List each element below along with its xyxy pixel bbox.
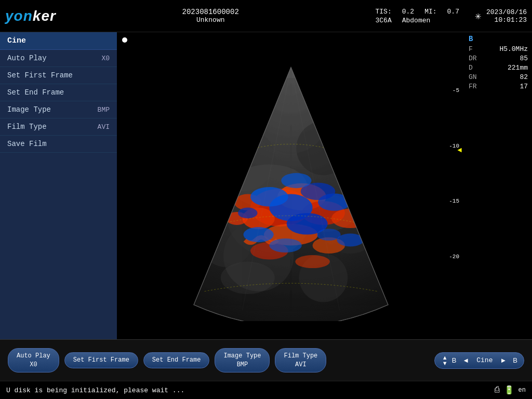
ultrasound-image	[153, 51, 429, 321]
svg-point-12	[220, 261, 274, 294]
svg-point-17	[331, 208, 369, 228]
param-value: H5.0MHz	[499, 45, 528, 53]
mi-label: MI:	[424, 8, 436, 16]
menu-item-label: Auto Play	[7, 54, 47, 62]
menu-items-container: Auto PlayX0Set First FrameSet End FrameI…	[0, 50, 117, 153]
menu-item-label: Set First Frame	[7, 71, 73, 79]
svg-point-34	[316, 229, 340, 241]
menu-item-film-type[interactable]: Film TypeAVI	[0, 118, 117, 136]
film-type-button[interactable]: Film TypeAVI	[275, 348, 326, 373]
param-value: 17	[520, 83, 528, 90]
right-params: FH5.0MHzDR85D221mmGN82FR17	[469, 45, 528, 90]
header-metrics: TIS: 0.2 MI: 0.7 3C6A Abdomen	[376, 8, 459, 24]
menu-item-auto-play[interactable]: Auto PlayX0	[0, 50, 117, 67]
menu-item-label: Set End Frame	[7, 88, 64, 97]
param-row-dr: DR85	[469, 55, 528, 62]
right-panel: B FH5.0MHzDR85D221mmGN82FR17	[464, 32, 532, 339]
tis-label: TIS:	[376, 8, 392, 16]
ultrasound-canvas	[153, 51, 429, 321]
param-key: FR	[469, 83, 477, 90]
menu-item-shortcut: AVI	[98, 123, 110, 131]
param-row-f: FH5.0MHz	[469, 45, 528, 53]
status-message: U disk is being initialized, please wait…	[6, 387, 184, 394]
svg-point-35	[281, 173, 311, 188]
language-badge: en	[518, 387, 526, 394]
param-key: F	[469, 45, 473, 53]
header-datetime: 2023/08/16 10:01:23	[486, 8, 527, 24]
depth-marker-10: -10	[449, 143, 459, 149]
snowflake-icon: ✳	[475, 9, 481, 22]
cine-label: Cine	[473, 355, 496, 365]
menu-item-set-first-frame[interactable]: Set First Frame	[0, 67, 117, 84]
tis-value: 0.2	[402, 8, 414, 16]
svg-point-24	[295, 255, 330, 268]
patient-id: 2023081600002	[182, 8, 239, 16]
mode-label: B	[469, 35, 528, 43]
menu-item-set-end-frame[interactable]: Set End Frame	[0, 84, 117, 101]
svg-point-36	[366, 213, 388, 224]
cine-prev-button[interactable]: ◄	[460, 355, 471, 365]
status-bar: U disk is being initialized, please wait…	[0, 381, 532, 399]
set-first-frame-button[interactable]: Set First Frame	[64, 352, 138, 368]
depth-scale: -5 ◄ -10 -15 -20	[436, 32, 462, 339]
date: 2023/08/16	[486, 8, 527, 16]
param-key: GN	[469, 73, 477, 81]
mi-value: 0.7	[447, 8, 459, 16]
cine-next-button[interactable]: ►	[498, 355, 509, 365]
set-end-frame-button[interactable]: Set End Frame	[143, 352, 210, 368]
menu-item-shortcut: X0	[101, 55, 110, 62]
depth-marker-15: -15	[449, 198, 459, 204]
frame-indicator	[122, 37, 127, 43]
menu-item-shortcut: BMP	[98, 106, 110, 114]
svg-point-23	[351, 200, 381, 215]
menu-item-save-film[interactable]: Save Film	[0, 136, 117, 153]
svg-point-26	[250, 187, 288, 206]
menu-title: Cine	[0, 32, 117, 50]
time: 10:01:23	[495, 16, 527, 24]
image-area	[117, 32, 464, 339]
svg-point-7	[253, 78, 329, 154]
menu-item-label: Save Film	[7, 140, 47, 148]
battery-icon: 🔋	[504, 385, 514, 395]
left-menu: Cine Auto PlayX0Set First FrameSet End F…	[0, 32, 117, 339]
header: yonker 2023081600002 Unknown TIS: 0.2 MI…	[0, 0, 532, 32]
menu-item-label: Film Type	[7, 123, 47, 131]
bottom-toolbar: Auto PlayX0 Set First Frame Set End Fram…	[0, 339, 532, 381]
svg-point-32	[269, 238, 301, 252]
param-value: 85	[520, 55, 528, 62]
param-key: DR	[469, 55, 477, 62]
depth-marker-5: -5	[453, 87, 459, 94]
logo: yonker	[5, 8, 56, 24]
image-type-button[interactable]: Image TypeBMP	[215, 348, 270, 373]
menu-item-image-type[interactable]: Image TypeBMP	[0, 101, 117, 118]
menu-item-label: Image Type	[7, 105, 51, 114]
param-value: 82	[520, 73, 528, 81]
auto-play-button[interactable]: Auto PlayX0	[8, 348, 59, 373]
param-row-gn: GN82	[469, 73, 528, 81]
param-value: 221mm	[508, 64, 528, 72]
svg-point-33	[238, 207, 257, 218]
cine-b-left-button[interactable]: B	[450, 355, 459, 365]
param-row-fr: FR17	[469, 83, 528, 90]
probe: 3C6A	[376, 17, 392, 24]
cine-controls: ▲ ▼ B ◄ Cine ► B	[434, 352, 524, 369]
status-icons: ⎙ 🔋 en	[495, 385, 526, 395]
cine-scroll-down-button[interactable]: ▼	[442, 361, 448, 366]
usb-icon: ⎙	[495, 385, 500, 395]
patient-name: Unknown	[196, 16, 225, 24]
cine-b-right-button[interactable]: B	[511, 355, 520, 365]
cine-scroll-up-button[interactable]: ▲	[442, 355, 448, 361]
param-row-d: D221mm	[469, 64, 528, 72]
header-center: 2023081600002 Unknown	[56, 8, 365, 24]
svg-point-9	[345, 164, 388, 207]
region: Abdomen	[402, 17, 431, 24]
depth-marker-20: -20	[449, 254, 459, 260]
param-key: D	[469, 64, 473, 72]
